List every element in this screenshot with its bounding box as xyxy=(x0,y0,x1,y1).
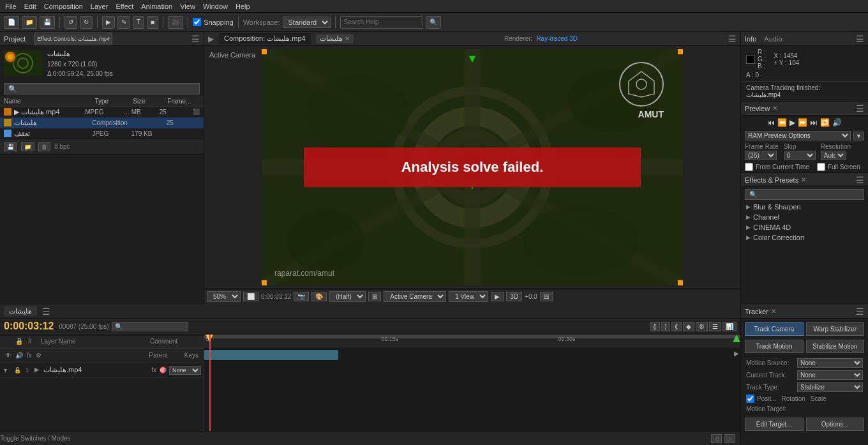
layer-row-0[interactable]: ▼ 🔓 1 هلیشات.mp4 fx 🎯 None xyxy=(0,363,204,378)
3d-btn[interactable]: 3D xyxy=(506,292,522,301)
edit-target-btn[interactable]: Edit Target... xyxy=(745,418,804,431)
tracker-menu[interactable]: ☰ xyxy=(856,306,864,317)
tool-camera[interactable]: 🎥 xyxy=(168,16,183,29)
tool-text[interactable]: T xyxy=(133,16,144,29)
effects-close[interactable]: ✕ xyxy=(801,176,806,183)
comp-panel-menu[interactable]: ☰ xyxy=(728,34,737,44)
effects-item-2[interactable]: ▶ CINEMA 4D xyxy=(741,222,868,232)
effect-controls-tab[interactable]: Effect Controls: هلیشات.mp4 xyxy=(34,33,112,45)
camera-view-select[interactable]: Active Camera xyxy=(384,291,446,302)
redo-button[interactable]: ↻ xyxy=(80,16,93,29)
project-search-bar[interactable] xyxy=(0,81,204,96)
track-camera-btn[interactable]: Track Camera xyxy=(745,322,804,336)
snapping-check[interactable]: Snapping xyxy=(193,18,234,26)
work-area-bar[interactable] xyxy=(204,335,740,338)
ram-options-btn[interactable]: ▼ xyxy=(853,132,864,140)
tracker-close[interactable]: ✕ xyxy=(771,308,776,315)
track-type-select[interactable]: Stabilize xyxy=(797,382,863,392)
delete-btn[interactable]: 🗑 xyxy=(38,142,50,151)
menu-edit[interactable]: Edit xyxy=(24,3,36,10)
grid-btn[interactable]: ⊞ xyxy=(368,292,381,301)
file-row-2[interactable]: تعقف JPEG 179 KB xyxy=(0,128,204,139)
menu-layer[interactable]: Layer xyxy=(91,3,108,10)
effects-item-3[interactable]: ▶ Color Correction xyxy=(741,232,868,243)
effects-search-input[interactable] xyxy=(745,189,864,200)
file-row-0[interactable]: ▶ هلیشات.mp4 MPEG ... MB 25 ⬛ xyxy=(0,107,204,117)
import-btn[interactable]: 💾 xyxy=(4,142,17,151)
preview-menu[interactable]: ☰ xyxy=(856,103,864,114)
snapping-checkbox[interactable] xyxy=(193,18,201,26)
current-track-select[interactable]: None xyxy=(797,370,863,380)
resolution-select[interactable]: (Half) xyxy=(329,291,366,302)
tool-pen[interactable]: ✎ xyxy=(117,16,130,29)
fit-button[interactable]: ⬜ xyxy=(243,292,258,301)
render-btn[interactable]: ▶ xyxy=(491,292,504,301)
playhead[interactable] xyxy=(209,335,211,431)
camera-button[interactable]: 📷 xyxy=(294,292,309,301)
tl-btn-3[interactable]: ⟪ xyxy=(671,322,682,331)
search-button[interactable]: 🔍 xyxy=(426,16,441,29)
view-mode-select[interactable]: 1 View xyxy=(449,291,488,302)
effects-item-1[interactable]: ▶ Channel xyxy=(741,212,868,222)
effects-search-bar[interactable] xyxy=(741,187,868,202)
play-btn[interactable]: ▶ xyxy=(789,118,795,127)
step-forward-btn[interactable]: ⏩ xyxy=(798,118,807,127)
tl-btn-5[interactable]: ⚙ xyxy=(696,322,708,331)
menu-composition[interactable]: Composition xyxy=(44,3,83,10)
search-help-input[interactable] xyxy=(340,16,423,29)
tl-zoom-in[interactable]: ▷ xyxy=(724,434,735,443)
audio-btn[interactable]: 🔊 xyxy=(832,118,842,127)
menu-view[interactable]: View xyxy=(180,3,195,10)
menu-effect[interactable]: Effect xyxy=(116,3,133,10)
track-motion-btn[interactable]: Track Motion xyxy=(745,340,804,353)
ram-preview-select[interactable]: RAM Preview Options xyxy=(745,131,851,140)
menu-help[interactable]: Help xyxy=(236,3,250,10)
motion-source-select[interactable]: None xyxy=(797,358,863,368)
zoom-select[interactable]: 50% xyxy=(207,291,241,302)
info-panel-menu[interactable]: ☰ xyxy=(856,34,864,44)
tl-btn-2[interactable]: ⟩ xyxy=(661,322,670,331)
from-current-checkbox[interactable] xyxy=(745,163,753,171)
preview-close[interactable]: ✕ xyxy=(772,105,777,112)
skip-to-end-btn[interactable]: ⏭ xyxy=(810,118,818,127)
project-panel-menu[interactable]: ☰ xyxy=(191,34,200,44)
effects-item-0[interactable]: ▶ Blur & Sharpen xyxy=(741,202,868,212)
options-btn[interactable]: Options... xyxy=(806,418,865,431)
save-button[interactable]: 💾 xyxy=(40,16,55,29)
new-folder-btn[interactable]: 📁 xyxy=(21,142,34,151)
timeline-menu[interactable]: ☰ xyxy=(42,306,50,317)
grid-overlay-btn[interactable]: ⊟ xyxy=(540,292,553,301)
frame-rate-select[interactable]: (25) xyxy=(745,151,777,160)
comp-tab-main[interactable]: Composition: هلیشات.mp4 xyxy=(219,33,311,44)
menu-animation[interactable]: Animation xyxy=(141,3,172,10)
menu-window[interactable]: Window xyxy=(203,3,228,10)
undo-button[interactable]: ↺ xyxy=(64,16,77,29)
layer-parent-select[interactable]: None xyxy=(169,366,201,375)
open-button[interactable]: 📁 xyxy=(22,16,37,29)
tool-shape[interactable]: ■ xyxy=(147,16,158,29)
project-search-input[interactable] xyxy=(4,83,200,94)
stabilize-motion-btn[interactable]: Stabilize Motion xyxy=(806,340,865,353)
skip-select[interactable]: 0 xyxy=(784,151,816,160)
tl-btn-4[interactable]: ◆ xyxy=(683,322,694,331)
step-back-btn[interactable]: ⏪ xyxy=(777,118,787,127)
comp-tab-helishat[interactable]: هلیشات ✕ xyxy=(316,34,354,43)
workspace-select[interactable]: Standard xyxy=(283,17,331,28)
effects-menu[interactable]: ☰ xyxy=(856,175,864,185)
toggle-switches-label[interactable]: Toggle Switches / Modes xyxy=(0,435,71,442)
resolution-select2[interactable]: Auto xyxy=(821,151,846,160)
tl-btn-1[interactable]: ⟪ xyxy=(650,322,660,331)
skip-to-start-btn[interactable]: ⏮ xyxy=(767,118,775,127)
audio-tab[interactable]: Audio xyxy=(764,35,782,43)
color-btn[interactable]: 🎨 xyxy=(311,292,327,301)
tl-zoom-out[interactable]: ◁ xyxy=(711,434,722,443)
position-checkbox[interactable] xyxy=(746,395,754,403)
menu-file[interactable]: File xyxy=(5,3,17,10)
tl-btn-6[interactable]: ☰ xyxy=(709,322,721,331)
loop-btn[interactable]: 🔁 xyxy=(820,118,830,127)
tl-btn-7[interactable]: 📊 xyxy=(722,322,737,331)
timeline-tab[interactable]: هلیشات xyxy=(4,306,37,316)
video-clip[interactable] xyxy=(204,350,338,360)
file-row-1[interactable]: هلیشات Composition 25 xyxy=(0,117,204,128)
full-screen-checkbox[interactable] xyxy=(817,163,825,171)
